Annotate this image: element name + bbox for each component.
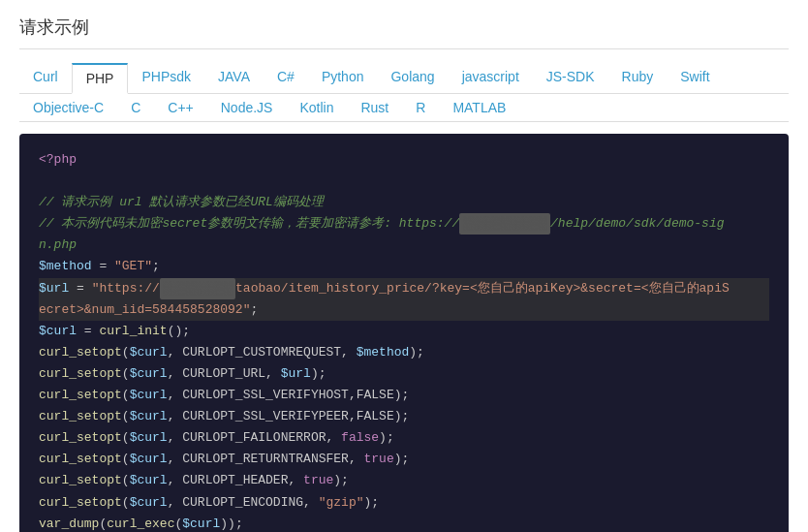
tab-golang[interactable]: Golang bbox=[377, 63, 448, 93]
tab-csharp[interactable]: C# bbox=[264, 63, 308, 93]
tab-javascript[interactable]: javascript bbox=[449, 63, 533, 93]
tab-r[interactable]: R bbox=[402, 94, 439, 121]
tabs-row1: Curl PHP PHPsdk JAVA C# Python Golang ja… bbox=[19, 63, 789, 94]
tab-nodejs[interactable]: Node.JS bbox=[207, 94, 287, 121]
tab-rust[interactable]: Rust bbox=[347, 94, 402, 121]
tab-java[interactable]: JAVA bbox=[204, 63, 264, 93]
tab-php[interactable]: PHP bbox=[72, 63, 129, 94]
tabs-row2: Objective-C C C++ Node.JS Kotlin Rust R … bbox=[19, 94, 789, 122]
tab-matlab[interactable]: MATLAB bbox=[439, 94, 519, 121]
tab-phpsdk[interactable]: PHPsdk bbox=[128, 63, 204, 93]
tab-c[interactable]: C bbox=[117, 94, 154, 121]
code-block: <?php // 请求示例 url 默认请求参数已经URL编码处理 // 本示例… bbox=[19, 134, 789, 532]
tab-python[interactable]: Python bbox=[308, 63, 378, 93]
tab-cpp[interactable]: C++ bbox=[154, 94, 206, 121]
tab-swift[interactable]: Swift bbox=[667, 63, 723, 93]
tab-objectivec[interactable]: Objective-C bbox=[19, 94, 117, 121]
page-title: 请求示例 bbox=[19, 16, 789, 49]
tab-ruby[interactable]: Ruby bbox=[608, 63, 668, 93]
tab-curl[interactable]: Curl bbox=[19, 63, 72, 93]
tab-jssdk[interactable]: JS-SDK bbox=[533, 63, 608, 93]
tab-kotlin[interactable]: Kotlin bbox=[286, 94, 347, 121]
